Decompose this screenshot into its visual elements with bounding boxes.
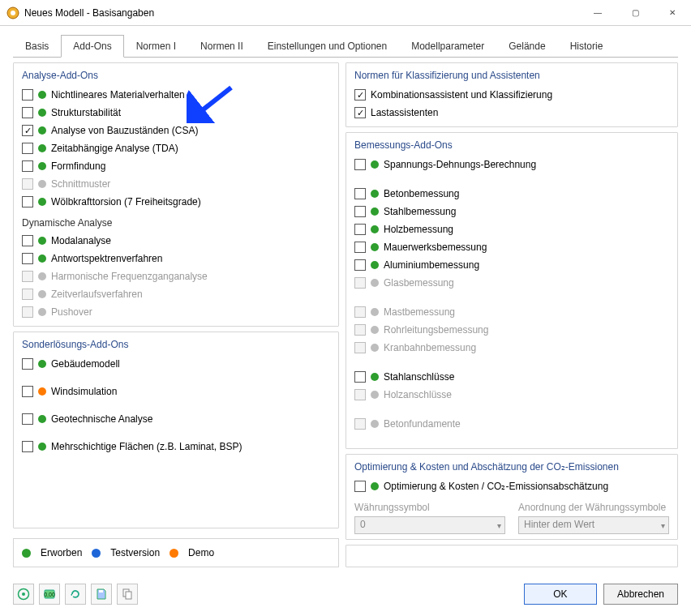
checkbox	[354, 418, 366, 430]
chevron-down-icon: ▾	[497, 521, 501, 530]
addon-label: Holzbemessung	[384, 224, 453, 235]
save-icon[interactable]	[91, 584, 112, 605]
checkbox	[354, 342, 366, 353]
checkbox[interactable]	[354, 242, 366, 253]
legend-test: Testversion	[110, 547, 160, 558]
addon-row: Strukturstabilität	[22, 104, 330, 122]
addon-label: Harmonische Frequenzganganalyse	[51, 271, 208, 282]
checkbox[interactable]	[22, 386, 33, 397]
status-dot-icon	[371, 261, 379, 269]
addon-row: Stahlanschlüsse	[354, 368, 669, 386]
tab-normen-2[interactable]: Normen II	[188, 35, 255, 58]
checkbox[interactable]	[22, 413, 33, 425]
checkbox[interactable]	[22, 196, 33, 207]
addon-row: Aluminiumbemessung	[354, 256, 669, 274]
checkbox[interactable]	[354, 188, 366, 199]
addon-label: Gebäudemodell	[51, 358, 120, 370]
checkbox	[22, 306, 33, 318]
tab-modellparameter[interactable]: Modellparameter	[399, 35, 496, 58]
addon-label: Schnittmuster	[51, 178, 110, 190]
maximize-button[interactable]: ▢	[616, 0, 654, 26]
help-icon[interactable]	[13, 584, 34, 605]
tab-historie[interactable]: Historie	[558, 35, 616, 58]
design-addons-title: Bemessungs-Add-Ons	[354, 139, 669, 151]
addon-row: Kranbahnbemessung	[354, 339, 669, 357]
addon-row: Analyse von Bauzuständen (CSA)	[22, 122, 330, 139]
checkbox[interactable]	[354, 371, 366, 383]
checkbox[interactable]	[22, 125, 33, 136]
checkbox[interactable]	[22, 441, 33, 452]
ok-button[interactable]: OK	[524, 584, 597, 605]
checkbox[interactable]	[354, 159, 366, 170]
checkbox	[22, 289, 33, 300]
addon-label: Spannungs-Dehnungs-Berechnung	[384, 159, 536, 170]
currency-order-select[interactable]: Hinter dem Wert ▾	[518, 516, 669, 534]
refresh-icon[interactable]	[65, 584, 86, 605]
addon-row: Schnittmuster	[22, 175, 330, 193]
chevron-down-icon: ▾	[661, 521, 665, 530]
svg-text:0,00: 0,00	[44, 592, 55, 597]
tab-einstellungen[interactable]: Einstellungen und Optionen	[255, 35, 399, 58]
status-dot-icon	[371, 160, 379, 169]
currency-symbol-select[interactable]: 0 ▾	[354, 516, 505, 534]
checkbox	[354, 324, 366, 336]
tab-bar: Basis Add-Ons Normen I Normen II Einstel…	[0, 26, 691, 57]
norms-title: Normen für Klassifizierung und Assistent…	[354, 70, 669, 81]
status-dot-icon	[371, 344, 379, 352]
status-dot-icon	[38, 290, 46, 298]
tab-gelaende[interactable]: Gelände	[496, 35, 557, 58]
tab-basis[interactable]: Basis	[13, 35, 61, 58]
addon-label: Kranbahnbemessung	[384, 342, 476, 353]
addon-label: Holzanschlüsse	[384, 389, 452, 400]
checkbox[interactable]	[354, 206, 366, 217]
checkbox[interactable]	[354, 89, 366, 101]
close-button[interactable]: ✕	[654, 0, 691, 26]
checkbox[interactable]	[354, 107, 366, 118]
checkbox	[22, 178, 33, 190]
addon-row: Holzanschlüsse	[354, 386, 669, 404]
checkbox	[354, 389, 366, 400]
checkbox	[354, 306, 366, 318]
status-dot-icon	[38, 126, 46, 135]
currency-order-label: Anordnung der Währungssymbole	[518, 502, 669, 513]
addon-row: Mauerwerksbemessung	[354, 238, 669, 256]
addon-row: Modalanalyse	[22, 232, 330, 250]
addon-label: Stahlanschlüsse	[384, 371, 454, 383]
status-dot-icon	[38, 237, 46, 245]
status-dot-icon	[371, 391, 379, 399]
checkbox[interactable]	[22, 253, 33, 264]
status-dot-icon	[371, 207, 379, 216]
tab-addons[interactable]: Add-Ons	[61, 35, 123, 58]
design-addons-panel: Bemessungs-Add-Ons Spannungs-Dehnungs-Be…	[346, 132, 678, 449]
app-icon	[6, 6, 19, 19]
status-dot-icon	[371, 308, 379, 316]
legend-demo: Demo	[188, 547, 214, 558]
checkbox[interactable]	[22, 160, 33, 172]
addon-label: Wölbkrafttorsion (7 Freiheitsgrade)	[51, 196, 201, 207]
copy-icon[interactable]	[117, 584, 138, 605]
checkbox[interactable]	[22, 143, 33, 154]
addon-row: Rohrleitungsbemessung	[354, 321, 669, 339]
addon-row: Harmonische Frequenzganganalyse	[22, 267, 330, 285]
checkbox[interactable]	[354, 259, 366, 271]
addon-row: Betonbemessung	[354, 185, 669, 203]
checkbox[interactable]	[354, 224, 366, 235]
cancel-button[interactable]: Abbrechen	[603, 584, 678, 605]
checkbox[interactable]	[354, 481, 366, 492]
minimize-button[interactable]: —	[579, 0, 616, 26]
addon-label: Kombinationsassistent und Klassifizierun…	[371, 89, 552, 101]
checkbox[interactable]	[22, 107, 33, 118]
status-dot-icon	[371, 243, 379, 251]
addon-row: Geotechnische Analyse	[22, 410, 330, 428]
status-dot-icon	[38, 360, 46, 368]
addon-label: Windsimulation	[51, 386, 117, 397]
legend-panel: Erworben Testversion Demo	[13, 538, 339, 567]
tab-normen-1[interactable]: Normen I	[124, 35, 188, 58]
checkbox	[22, 271, 33, 282]
checkbox[interactable]	[22, 358, 33, 370]
addon-label: Mehrschichtige Flächen (z.B. Laminat, BS…	[51, 441, 242, 452]
checkbox[interactable]	[22, 89, 33, 101]
units-icon[interactable]: 0,00	[39, 584, 60, 605]
checkbox[interactable]	[22, 235, 33, 246]
status-dot-icon	[38, 415, 46, 423]
